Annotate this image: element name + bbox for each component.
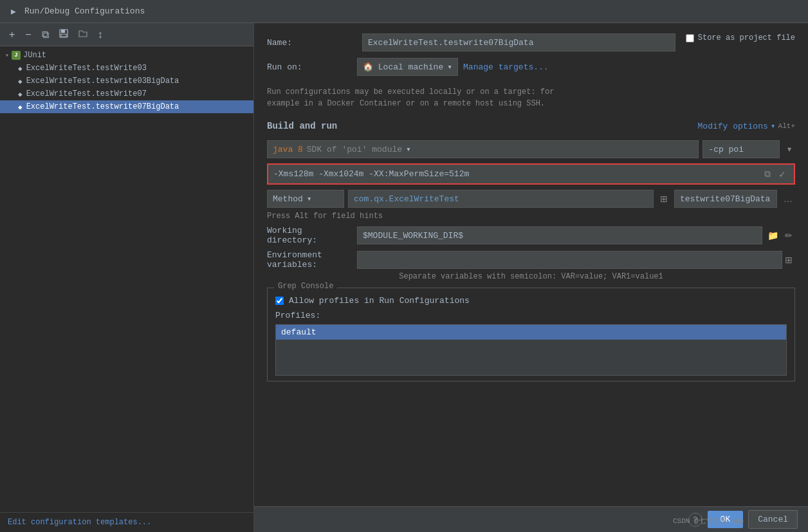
tree-item[interactable]: ◆ ExcelWriteTest.testWrite07 <box>0 87 253 100</box>
toolbar: + − ⧉ ↕ <box>0 23 253 46</box>
sort-button[interactable]: ↕ <box>94 26 107 43</box>
remove-button[interactable]: − <box>21 26 35 43</box>
watermark: CSDN @七寸北里 App <box>673 516 744 526</box>
config-content: Name: Store as project file Run on: 🏠 Lo… <box>254 23 808 506</box>
env-expand-icon[interactable]: ⊞ <box>782 253 795 266</box>
store-label: Store as project file <box>698 33 795 42</box>
shortcut-label: Alt+ <box>778 122 795 130</box>
name-label: Name: <box>267 38 357 48</box>
working-dir-label: Working directory: <box>267 226 357 245</box>
env-input[interactable] <box>357 251 782 269</box>
folder-button[interactable] <box>75 26 91 43</box>
run-hint: Run configurations may be executed local… <box>267 82 795 113</box>
chevron-down-icon: ▾ <box>771 121 776 131</box>
java-label: java 8 <box>273 145 303 154</box>
left-panel: + − ⧉ ↕ ▾ J JUnit <box>0 23 254 532</box>
right-panel: Name: Store as project file Run on: 🏠 Lo… <box>254 23 808 532</box>
vm-options-icons: ⧉ ✓ <box>762 167 789 181</box>
run-on-dropdown[interactable]: 🏠 Local machine ▾ <box>357 58 458 76</box>
grep-console-section: Grep Console Allow profiles in Run Confi… <box>267 288 795 381</box>
copy-button[interactable]: ⧉ <box>38 26 53 43</box>
vm-options-input[interactable] <box>273 169 757 179</box>
cancel-button[interactable]: Cancel <box>748 510 798 529</box>
grep-console-label: Grep Console <box>274 282 337 291</box>
tree-item[interactable]: ◆ ExcelWriteTest.testwrite03BigData <box>0 75 253 87</box>
sdk-dropdown[interactable]: java 8 SDK of 'poi' module ▾ <box>267 140 699 158</box>
svg-rect-1 <box>61 30 65 33</box>
save-button[interactable] <box>55 26 72 43</box>
edit-templates-link[interactable]: Edit configuration templates... <box>0 512 253 532</box>
method-dropdown[interactable]: Method ▾ <box>267 190 344 208</box>
store-checkbox-area: Store as project file <box>686 33 795 42</box>
env-row: Environment variables: ⊞ <box>267 250 795 270</box>
tree-group-junit[interactable]: ▾ J JUnit <box>0 49 253 62</box>
tree-item-label: ExcelWriteTest.testwrite03BigData <box>26 77 179 86</box>
allow-profiles-label: Allow profiles in Run Configurations <box>289 296 470 306</box>
store-checkbox[interactable] <box>686 34 694 42</box>
main-layout: + − ⧉ ↕ ▾ J JUnit <box>0 23 808 532</box>
bottom-bar: ? OK Cancel CSDN @七寸北里 App <box>254 506 808 532</box>
section-title: Build and run <box>267 121 337 131</box>
svg-rect-2 <box>61 34 66 37</box>
cp-expand-icon: ▾ <box>784 143 795 156</box>
method-arrow-icon: ▾ <box>307 194 312 204</box>
test-icon: ◆ <box>18 77 23 86</box>
junit-icon: J <box>12 51 21 60</box>
tree-item-label: ExcelWriteTest.testWrite07 <box>26 89 147 98</box>
name-section: Name: Store as project file <box>267 33 795 51</box>
method-input[interactable] <box>674 190 777 208</box>
vm-options-row: ⧉ ✓ <box>267 163 795 185</box>
sdk-arrow-icon: ▾ <box>406 144 411 154</box>
dropdown-arrow-icon: ▾ <box>447 62 452 72</box>
run-hint-line1: Run configurations may be executed local… <box>267 87 554 96</box>
working-dir-row: Working directory: 📁 ✏ <box>267 226 795 245</box>
title-bar-text: Run/Debug Configurations <box>24 6 145 16</box>
test-icon-selected: ◆ <box>18 103 23 111</box>
profiles-list: default <box>275 324 787 376</box>
app-icon: ▶ <box>8 6 19 17</box>
allow-profiles-checkbox[interactable] <box>275 297 284 305</box>
manage-targets-link[interactable]: Manage targets... <box>463 62 549 72</box>
dir-icons: 📁 ✏ <box>765 229 795 242</box>
allow-profiles-row: Allow profiles in Run Configurations <box>275 296 787 306</box>
name-input[interactable] <box>362 33 675 51</box>
tree-group-label: JUnit <box>23 51 46 60</box>
tree-item[interactable]: ◆ ExcelWriteTest.testWrite03 <box>0 62 253 75</box>
copy-vm-icon[interactable]: ⧉ <box>762 167 773 181</box>
profile-item-default[interactable]: default <box>276 325 786 340</box>
modify-options-label: Modify options <box>698 122 768 131</box>
tree-item-selected[interactable]: ◆ ExcelWriteTest.testwrite07BigData <box>0 100 253 113</box>
method-label: Method <box>273 194 303 204</box>
dir-folder-icon[interactable]: 📁 <box>765 229 781 242</box>
run-on-container: 🏠 Local machine ▾ Manage targets... <box>357 58 549 76</box>
tree-item-label-selected: ExcelWriteTest.testwrite07BigData <box>26 102 179 111</box>
title-bar: ▶ Run/Debug Configurations <box>0 0 808 23</box>
run-on-label: Run on: <box>267 62 357 72</box>
test-icon: ◆ <box>18 64 23 73</box>
class-input[interactable] <box>348 190 654 208</box>
local-machine-label: 🏠 Local machine <box>363 62 443 72</box>
modify-options-button[interactable]: Modify options ▾ Alt+ <box>698 121 795 131</box>
tree-section: ▾ J JUnit ◆ ExcelWriteTest.testWrite03 ◆… <box>0 46 253 512</box>
run-on-row: Run on: 🏠 Local machine ▾ Manage targets… <box>267 58 795 76</box>
add-button[interactable]: + <box>5 26 19 43</box>
class-browse-icon[interactable]: ⊞ <box>657 192 670 205</box>
profiles-label: Profiles: <box>275 311 787 320</box>
tree-item-label: ExcelWriteTest.testWrite03 <box>26 64 147 73</box>
check-vm-icon[interactable]: ✓ <box>776 167 789 181</box>
test-icon: ◆ <box>18 90 23 98</box>
sdk-hint: SDK of 'poi' module <box>307 145 402 154</box>
tree-arrow: ▾ <box>5 51 9 59</box>
sdk-row: java 8 SDK of 'poi' module ▾ ▾ <box>267 140 795 158</box>
field-hint: Press Alt for field hints <box>267 212 795 221</box>
dir-edit-icon[interactable]: ✏ <box>782 229 795 242</box>
method-row: Method ▾ ⊞ … <box>267 190 795 208</box>
env-label: Environment variables: <box>267 250 357 270</box>
method-more-icon[interactable]: … <box>781 192 795 205</box>
build-run-section: Build and run Modify options ▾ Alt+ <box>267 121 795 134</box>
env-hint: Separate variables with semicolon: VAR=v… <box>267 272 795 281</box>
run-hint-line2: example in a Docker Container or on a re… <box>267 99 545 108</box>
cp-input[interactable] <box>702 140 780 158</box>
working-dir-input[interactable] <box>357 226 762 244</box>
name-row: Name: <box>267 33 675 51</box>
